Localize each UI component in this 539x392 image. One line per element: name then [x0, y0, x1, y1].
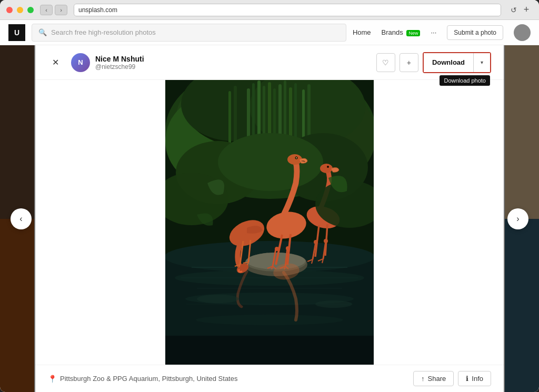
- location-info: 📍 Pittsburgh Zoo & PPG Aquarium, Pittsbu…: [48, 375, 413, 383]
- site-header: U 🔍 Search free high-resolution photos H…: [0, 20, 539, 45]
- browser-nav-buttons: ‹ ›: [40, 5, 67, 15]
- reload-button[interactable]: ↺: [507, 5, 520, 15]
- svg-point-63: [320, 164, 333, 173]
- photographer-text: Nice M Nshuti @nietzsche99: [95, 55, 144, 71]
- download-tooltip: Download photo: [440, 75, 490, 86]
- footer-actions: ↑ Share ℹ Info: [413, 371, 491, 386]
- photo-modal: ‹ ✕ N Nice M Nshuti @nietzsche99 ♡ +: [0, 45, 539, 392]
- nav-brands[interactable]: Brands New: [382, 28, 421, 36]
- photo-area: [35, 80, 504, 365]
- svg-point-30: [196, 315, 343, 325]
- titlebar: ‹ › unsplash.com ↺ +: [0, 0, 539, 20]
- address-text: unsplash.com: [78, 6, 117, 14]
- close-window-button[interactable]: [6, 7, 13, 13]
- location-text: Pittsburgh Zoo & PPG Aquarium, Pittsburg…: [60, 375, 237, 383]
- download-options-button[interactable]: ▾: [473, 53, 490, 72]
- nav-more[interactable]: ···: [431, 28, 436, 36]
- svg-point-79: [197, 295, 239, 303]
- search-placeholder-text: Search free high-resolution photos: [51, 28, 156, 36]
- share-icon: ↑: [421, 375, 425, 383]
- site-nav: Home Brands New ··· Submit a photo: [353, 24, 531, 41]
- minimize-window-button[interactable]: [17, 7, 23, 13]
- user-avatar[interactable]: [514, 24, 531, 41]
- new-badge: New: [406, 30, 420, 36]
- photo-image: [165, 80, 374, 365]
- info-label: Info: [472, 375, 483, 383]
- close-modal-button[interactable]: ✕: [48, 55, 63, 70]
- modal-container: ✕ N Nice M Nshuti @nietzsche99 ♡ + Downl…: [35, 45, 504, 392]
- new-tab-button[interactable]: +: [520, 5, 533, 15]
- maximize-window-button[interactable]: [27, 7, 34, 13]
- download-button[interactable]: Download: [424, 53, 473, 72]
- svg-point-49: [296, 157, 297, 158]
- search-icon: 🔍: [38, 28, 47, 36]
- main-content: ‹ ✕ N Nice M Nshuti @nietzsche99 ♡ +: [0, 45, 539, 392]
- like-button[interactable]: ♡: [376, 53, 395, 72]
- traffic-lights: [6, 7, 34, 13]
- modal-footer: 📍 Pittsburgh Zoo & PPG Aquarium, Pittsbu…: [35, 365, 504, 392]
- search-bar[interactable]: 🔍 Search free high-resolution photos: [32, 24, 346, 42]
- site-logo[interactable]: U: [8, 24, 25, 41]
- svg-point-64: [327, 166, 329, 168]
- browser-window: ‹ › unsplash.com ↺ + U 🔍 Search free hig…: [0, 0, 539, 392]
- add-to-collection-button[interactable]: +: [400, 53, 418, 72]
- photographer-info: N Nice M Nshuti @nietzsche99: [71, 53, 376, 72]
- info-icon: ℹ: [466, 375, 468, 383]
- photographer-handle[interactable]: @nietzsche99: [95, 63, 144, 71]
- svg-point-80: [315, 300, 352, 308]
- svg-point-25: [218, 133, 323, 191]
- submit-photo-button[interactable]: Submit a photo: [447, 25, 503, 40]
- address-bar[interactable]: unsplash.com: [74, 4, 501, 16]
- info-button[interactable]: ℹ Info: [458, 371, 491, 386]
- photographer-name[interactable]: Nice M Nshuti: [95, 55, 144, 63]
- next-photo-button[interactable]: ›: [507, 208, 528, 229]
- modal-header: ✕ N Nice M Nshuti @nietzsche99 ♡ + Downl…: [35, 45, 504, 80]
- prev-photo-button[interactable]: ‹: [11, 208, 32, 229]
- share-button[interactable]: ↑ Share: [413, 371, 454, 386]
- svg-rect-78: [165, 336, 374, 365]
- nav-home[interactable]: Home: [353, 28, 371, 36]
- download-button-group: Download ▾ Download photo: [423, 52, 491, 73]
- modal-actions: ♡ + Download ▾ Download photo: [376, 52, 491, 73]
- photographer-avatar[interactable]: N: [71, 53, 90, 72]
- back-button[interactable]: ‹: [40, 5, 53, 15]
- forward-button[interactable]: ›: [55, 5, 67, 15]
- share-label: Share: [428, 375, 446, 383]
- location-icon: 📍: [48, 375, 57, 383]
